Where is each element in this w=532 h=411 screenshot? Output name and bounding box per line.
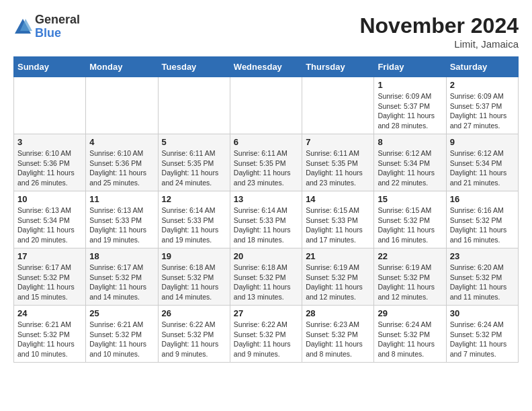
day-number: 30: [450, 308, 515, 318]
day-number: 11: [89, 194, 154, 204]
day-number: 16: [450, 194, 515, 204]
day-of-week-header: Tuesday: [158, 57, 230, 77]
day-number: 19: [162, 251, 226, 261]
calendar-day-cell: [158, 77, 230, 134]
calendar-day-cell: [230, 77, 302, 134]
calendar-day-cell: 20Sunrise: 6:18 AM Sunset: 5:32 PM Dayli…: [230, 248, 302, 306]
calendar-day-cell: 12Sunrise: 6:14 AM Sunset: 5:33 PM Dayli…: [158, 191, 230, 248]
title-block: November 2024 Limit, Jamaica: [359, 13, 519, 50]
month-title: November 2024: [359, 13, 519, 38]
calendar-day-cell: 14Sunrise: 6:15 AM Sunset: 5:33 PM Dayli…: [302, 191, 374, 248]
day-number: 28: [306, 308, 370, 318]
calendar-day-cell: 8Sunrise: 6:12 AM Sunset: 5:34 PM Daylig…: [374, 134, 446, 191]
calendar-day-cell: 27Sunrise: 6:22 AM Sunset: 5:32 PM Dayli…: [230, 306, 302, 363]
day-number: 26: [162, 308, 226, 318]
day-detail: Sunrise: 6:18 AM Sunset: 5:32 PM Dayligh…: [234, 263, 298, 302]
day-detail: Sunrise: 6:11 AM Sunset: 5:35 PM Dayligh…: [306, 148, 370, 188]
calendar-day-cell: 29Sunrise: 6:24 AM Sunset: 5:32 PM Dayli…: [374, 306, 446, 363]
calendar-day-cell: 22Sunrise: 6:19 AM Sunset: 5:32 PM Dayli…: [374, 248, 446, 306]
day-number: 27: [234, 308, 298, 318]
calendar-day-cell: 25Sunrise: 6:21 AM Sunset: 5:32 PM Dayli…: [86, 306, 158, 363]
day-detail: Sunrise: 6:17 AM Sunset: 5:32 PM Dayligh…: [17, 263, 82, 302]
day-of-week-header: Sunday: [14, 57, 86, 77]
day-detail: Sunrise: 6:14 AM Sunset: 5:33 PM Dayligh…: [234, 205, 298, 245]
calendar-day-cell: 1Sunrise: 6:09 AM Sunset: 5:37 PM Daylig…: [374, 77, 446, 134]
day-number: 12: [162, 194, 226, 204]
calendar-day-cell: 11Sunrise: 6:13 AM Sunset: 5:33 PM Dayli…: [86, 191, 158, 248]
calendar-day-cell: 18Sunrise: 6:17 AM Sunset: 5:32 PM Dayli…: [86, 248, 158, 306]
calendar-day-cell: 4Sunrise: 6:10 AM Sunset: 5:36 PM Daylig…: [86, 134, 158, 191]
calendar-day-cell: 30Sunrise: 6:24 AM Sunset: 5:32 PM Dayli…: [446, 306, 518, 363]
calendar-week-row: 3Sunrise: 6:10 AM Sunset: 5:36 PM Daylig…: [14, 134, 519, 191]
day-number: 15: [378, 194, 442, 204]
day-detail: Sunrise: 6:09 AM Sunset: 5:37 PM Dayligh…: [450, 91, 515, 131]
calendar-day-cell: 21Sunrise: 6:19 AM Sunset: 5:32 PM Dayli…: [302, 248, 374, 306]
day-of-week-header: Friday: [374, 57, 446, 77]
logo: General Blue: [13, 13, 80, 40]
calendar-day-cell: 23Sunrise: 6:20 AM Sunset: 5:32 PM Dayli…: [446, 248, 518, 306]
day-detail: Sunrise: 6:21 AM Sunset: 5:32 PM Dayligh…: [89, 320, 154, 359]
day-number: 14: [306, 194, 370, 204]
day-number: 29: [378, 308, 442, 318]
day-number: 13: [234, 194, 298, 204]
day-number: 4: [89, 137, 154, 147]
calendar-day-cell: [302, 77, 374, 134]
day-detail: Sunrise: 6:18 AM Sunset: 5:32 PM Dayligh…: [162, 263, 226, 302]
day-number: 2: [450, 80, 515, 90]
day-detail: Sunrise: 6:20 AM Sunset: 5:32 PM Dayligh…: [450, 263, 515, 302]
day-number: 1: [378, 80, 442, 90]
day-detail: Sunrise: 6:12 AM Sunset: 5:34 PM Dayligh…: [378, 148, 442, 188]
day-detail: Sunrise: 6:15 AM Sunset: 5:33 PM Dayligh…: [306, 205, 370, 245]
calendar-week-row: 10Sunrise: 6:13 AM Sunset: 5:34 PM Dayli…: [14, 191, 519, 248]
day-number: 8: [378, 137, 442, 147]
day-number: 21: [306, 251, 370, 261]
day-detail: Sunrise: 6:16 AM Sunset: 5:32 PM Dayligh…: [450, 205, 515, 245]
calendar-day-cell: 17Sunrise: 6:17 AM Sunset: 5:32 PM Dayli…: [14, 248, 86, 306]
day-number: 3: [17, 137, 82, 147]
day-detail: Sunrise: 6:10 AM Sunset: 5:36 PM Dayligh…: [17, 148, 82, 188]
day-detail: Sunrise: 6:24 AM Sunset: 5:32 PM Dayligh…: [378, 320, 442, 359]
logo-general-text: General: [35, 13, 80, 26]
day-detail: Sunrise: 6:11 AM Sunset: 5:35 PM Dayligh…: [162, 148, 226, 188]
calendar-day-cell: 26Sunrise: 6:22 AM Sunset: 5:32 PM Dayli…: [158, 306, 230, 363]
calendar-day-cell: 19Sunrise: 6:18 AM Sunset: 5:32 PM Dayli…: [158, 248, 230, 306]
logo-blue-text: Blue: [35, 26, 61, 40]
day-detail: Sunrise: 6:24 AM Sunset: 5:32 PM Dayligh…: [450, 320, 515, 359]
day-detail: Sunrise: 6:10 AM Sunset: 5:36 PM Dayligh…: [89, 148, 154, 188]
day-detail: Sunrise: 6:15 AM Sunset: 5:32 PM Dayligh…: [378, 205, 442, 245]
logo-icon: [13, 17, 32, 36]
calendar-header-row: SundayMondayTuesdayWednesdayThursdayFrid…: [14, 57, 519, 77]
day-number: 17: [17, 251, 82, 261]
calendar-table: SundayMondayTuesdayWednesdayThursdayFrid…: [13, 56, 519, 363]
day-detail: Sunrise: 6:21 AM Sunset: 5:32 PM Dayligh…: [17, 320, 82, 359]
calendar-day-cell: 7Sunrise: 6:11 AM Sunset: 5:35 PM Daylig…: [302, 134, 374, 191]
day-of-week-header: Saturday: [446, 57, 518, 77]
day-detail: Sunrise: 6:11 AM Sunset: 5:35 PM Dayligh…: [234, 148, 298, 188]
day-number: 7: [306, 137, 370, 147]
day-detail: Sunrise: 6:22 AM Sunset: 5:32 PM Dayligh…: [234, 320, 298, 359]
day-detail: Sunrise: 6:09 AM Sunset: 5:37 PM Dayligh…: [378, 91, 442, 131]
day-number: 23: [450, 251, 515, 261]
calendar-day-cell: 24Sunrise: 6:21 AM Sunset: 5:32 PM Dayli…: [14, 306, 86, 363]
day-number: 22: [378, 251, 442, 261]
day-detail: Sunrise: 6:13 AM Sunset: 5:33 PM Dayligh…: [89, 205, 154, 245]
calendar-day-cell: 13Sunrise: 6:14 AM Sunset: 5:33 PM Dayli…: [230, 191, 302, 248]
page-header: General Blue November 2024 Limit, Jamaic…: [13, 13, 519, 50]
day-number: 10: [17, 194, 82, 204]
calendar-day-cell: 5Sunrise: 6:11 AM Sunset: 5:35 PM Daylig…: [158, 134, 230, 191]
day-of-week-header: Wednesday: [230, 57, 302, 77]
day-number: 24: [17, 308, 82, 318]
calendar-week-row: 1Sunrise: 6:09 AM Sunset: 5:37 PM Daylig…: [14, 77, 519, 134]
calendar-day-cell: 6Sunrise: 6:11 AM Sunset: 5:35 PM Daylig…: [230, 134, 302, 191]
day-detail: Sunrise: 6:13 AM Sunset: 5:34 PM Dayligh…: [17, 205, 82, 245]
day-of-week-header: Thursday: [302, 57, 374, 77]
day-number: 5: [162, 137, 226, 147]
calendar-day-cell: 9Sunrise: 6:12 AM Sunset: 5:34 PM Daylig…: [446, 134, 518, 191]
day-of-week-header: Monday: [86, 57, 158, 77]
calendar-day-cell: 16Sunrise: 6:16 AM Sunset: 5:32 PM Dayli…: [446, 191, 518, 248]
day-detail: Sunrise: 6:19 AM Sunset: 5:32 PM Dayligh…: [306, 263, 370, 302]
day-number: 18: [89, 251, 154, 261]
day-detail: Sunrise: 6:17 AM Sunset: 5:32 PM Dayligh…: [89, 263, 154, 302]
calendar-day-cell: [14, 77, 86, 134]
day-number: 6: [234, 137, 298, 147]
